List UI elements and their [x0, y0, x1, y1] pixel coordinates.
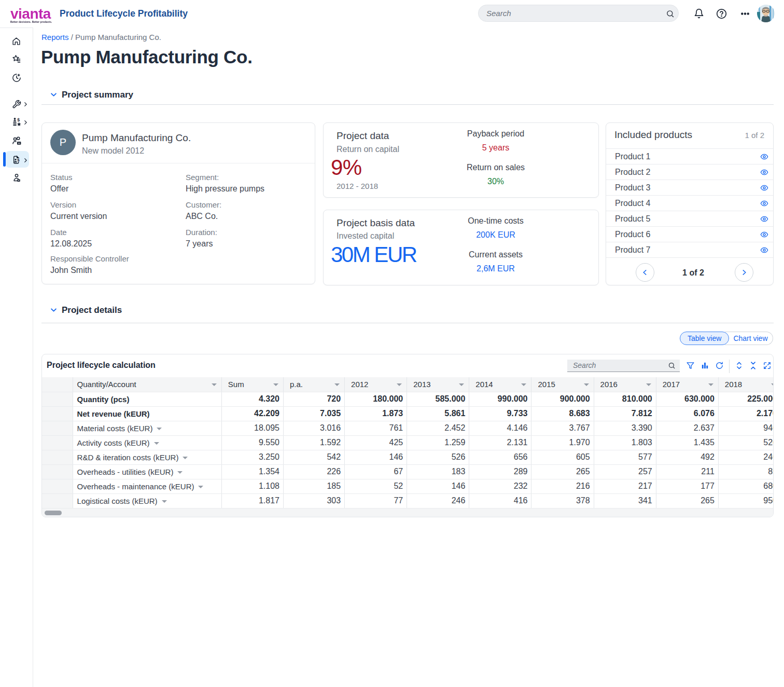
svg-text:$: $ — [17, 158, 20, 162]
svg-text:$: $ — [17, 117, 20, 122]
